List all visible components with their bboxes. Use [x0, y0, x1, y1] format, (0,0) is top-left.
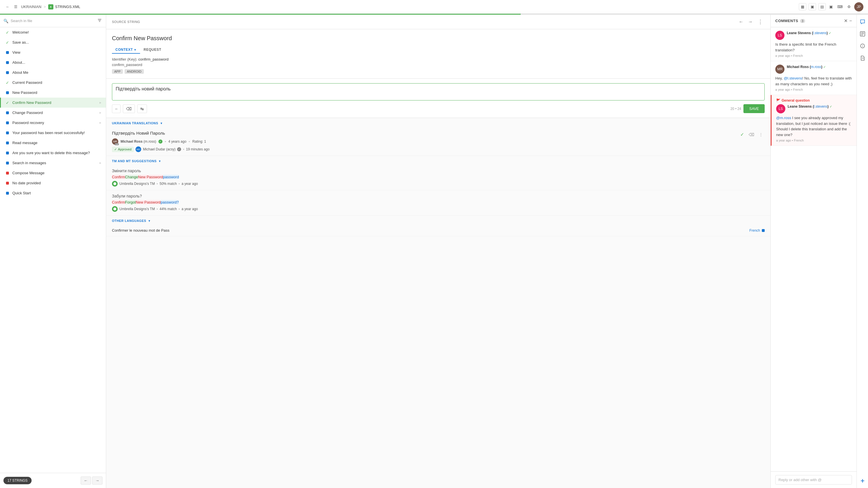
sidebar-item-about-me[interactable]: About Me — [0, 67, 106, 78]
sidebar-item-password-recovery[interactable]: Password recovery▹ — [0, 118, 106, 128]
sidebar-item-change-password[interactable]: Change Password▹ — [0, 108, 106, 118]
layout-btn-3[interactable]: ▤ — [818, 3, 826, 10]
approval-time: 19 minutes ago — [186, 147, 210, 151]
other-languages-header[interactable]: OTHER LANGUAGES ▼ — [106, 216, 770, 225]
comment-user-info-3: Leane Stevens (l.stevens) ✓ — [787, 104, 832, 109]
sidebar-next-button[interactable]: → — [92, 477, 102, 485]
comments-expand-button[interactable]: − — [849, 19, 852, 24]
sidebar-item-delete-confirm[interactable]: Are you sure you want to delete this mes… — [0, 148, 106, 158]
translation-item-actions: ✓ ⌫ ⋮ — [739, 131, 765, 139]
comment-input[interactable] — [775, 475, 852, 485]
sidebar-item-search-messages[interactable]: Search in messages▹ — [0, 158, 106, 168]
status-square-icon — [5, 181, 9, 185]
sidebar-item-no-date[interactable]: No date provided — [0, 178, 106, 188]
sidebar-item-save-as[interactable]: ✓Save as... — [0, 37, 106, 48]
user-avatar[interactable]: JP — [854, 2, 863, 11]
center-content: Confirm New Password CONTEXT ▼ REQUEST I… — [106, 29, 770, 488]
tab-request[interactable]: REQUEST — [140, 46, 165, 54]
filter-button[interactable] — [97, 18, 102, 24]
sidebar-item-reset-success[interactable]: Your password has been reset successfull… — [0, 128, 106, 138]
info-icon-button[interactable]: i — [858, 41, 867, 51]
sidebar-item-label: Read message — [12, 141, 101, 145]
sidebar-item-view[interactable]: View — [0, 48, 106, 57]
file-icon-button[interactable] — [858, 53, 867, 63]
sidebar-nav-arrows: ← → — [81, 477, 102, 485]
other-lang-text-1: Confirmer le nouveau mot de Pass — [112, 228, 169, 233]
comments-icon-button[interactable] — [858, 17, 867, 27]
sidebar-item-compose-message[interactable]: Compose Message — [0, 168, 106, 178]
add-icon-button[interactable] — [858, 476, 867, 486]
suggestion-text-2: Забули пароль? — [112, 194, 765, 199]
more-translation-button[interactable]: ⋮ — [757, 131, 765, 138]
source-string-text: Confirm New Password — [112, 35, 765, 42]
source-more-button[interactable]: ⋮ — [756, 18, 765, 26]
copy-translation-button[interactable]: ⎓ — [112, 104, 121, 113]
history-icon-button[interactable] — [858, 29, 867, 39]
comment-footer-1: a year ago • French — [775, 54, 852, 57]
sidebar-item-welcome[interactable]: ✓Welcome! — [0, 27, 106, 37]
sidebar-item-quick-start[interactable]: Quick Start — [0, 188, 106, 198]
menu-button[interactable]: ☰ — [13, 3, 19, 10]
sidebar-item-confirm-new-password[interactable]: ✓Confirm New Password▹ — [0, 98, 106, 108]
comment-badge: ▹ — [100, 101, 101, 104]
status-square-icon — [5, 191, 9, 195]
context-info: Identifier (Key): confirm_password confi… — [112, 57, 765, 74]
translation-area: Підтвердіть новий пароль ⎓ ⌫ ↹ 20 • 24 S… — [106, 79, 770, 118]
translation-rating: Rating: 1 — [192, 140, 206, 144]
match-red-3: Confirm — [112, 200, 125, 204]
identifier-label: Identifier (Key): — [112, 57, 137, 61]
sidebar-item-new-password[interactable]: New Password — [0, 88, 106, 98]
delete-translation-button[interactable]: ⌫ — [123, 104, 135, 113]
sidebar-item-about[interactable]: About... — [0, 57, 106, 67]
source-next-button[interactable]: → — [747, 18, 754, 26]
comments-close-button[interactable]: ✕ — [844, 18, 848, 24]
approver-name: Michael Dudar (acsy) — [143, 147, 175, 151]
sidebar-item-label: View — [12, 50, 101, 55]
comments-panel: COMMENTS 3 ✕ − LS Leane Stevens (l.steve… — [770, 14, 857, 488]
keyboard-button[interactable]: ⌨ — [836, 3, 844, 10]
lang-badge-row-1: French — [749, 228, 765, 233]
tab-context[interactable]: CONTEXT ▼ — [112, 46, 140, 54]
sidebar-item-label: Are you sure you want to delete this mes… — [12, 151, 101, 155]
delete-translation-item-button[interactable]: ⌫ — [747, 131, 756, 138]
sidebar-prev-button[interactable]: ← — [81, 477, 91, 485]
status-square-icon — [5, 51, 9, 55]
back-button[interactable]: ← — [5, 3, 11, 10]
strings-count-badge: 17 STRINGS — [3, 477, 32, 484]
sidebar-item-read-message[interactable]: Read message — [0, 138, 106, 148]
ukrainian-translations-header[interactable]: UKRAINIAN TRANSLATIONS ▼ — [106, 118, 770, 127]
comment-avatar-1: LS — [775, 31, 784, 40]
layout-btn-2[interactable]: ▣ — [809, 3, 816, 10]
comment-verified-2: ✓ — [823, 65, 826, 69]
translation-item-text: Підтвердіть Новий Пароль — [112, 131, 165, 135]
sidebar-item-current-password[interactable]: ✓Current Password — [0, 78, 106, 88]
sidebar-item-label: Password recovery — [12, 121, 97, 125]
suggestion-match-1: ConfirmChange New Passwordpassword — [112, 175, 765, 179]
source-prev-button[interactable]: ← — [738, 18, 745, 26]
terminal-button[interactable]: ▣ — [828, 3, 834, 10]
search-input[interactable] — [11, 19, 94, 23]
translator-avatar: MR TM — [112, 139, 118, 145]
settings-button[interactable]: ⚙ — [846, 3, 852, 10]
suggestion-time-2: a year ago — [182, 207, 198, 211]
comment-avatar-3: LS — [776, 104, 785, 113]
tm-badge: TM — [115, 143, 119, 145]
save-button[interactable]: SAVE — [743, 104, 765, 113]
translation-input[interactable]: Підтвердіть новий пароль — [112, 83, 765, 100]
comment-icon — [860, 19, 865, 24]
comments-header: COMMENTS 3 ✕ − — [771, 14, 857, 27]
context-key-value: confirm_password — [112, 63, 765, 67]
resize-translation-button[interactable]: ↹ — [137, 104, 147, 113]
layout-btn-1[interactable]: ▦ — [799, 3, 806, 10]
comments-count: 3 — [800, 19, 805, 23]
approve-translation-button[interactable]: ✓ — [739, 131, 746, 139]
tag-android: ANDROID — [125, 69, 144, 74]
comment-header-2: MR Michael Ross (m.ross) ✓ — [775, 65, 852, 74]
status-square-icon — [5, 131, 9, 135]
plus-icon — [860, 478, 865, 483]
translator-verified: ✓ — [158, 140, 162, 144]
status-square-icon — [5, 141, 9, 145]
tm-suggestions-header[interactable]: TM AND MT SUGGESTIONS ▼ — [106, 156, 770, 165]
status-square-icon — [5, 111, 9, 115]
status-square-icon — [5, 71, 9, 74]
